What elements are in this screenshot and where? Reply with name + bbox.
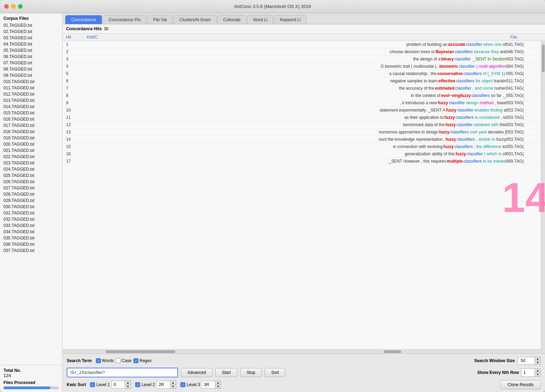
level3-up[interactable]: ▲ [215, 381, 221, 385]
sidebar-file-item[interactable]: 017.TAGGED.txt [2, 122, 60, 129]
tab-word-list[interactable]: Word Li [247, 15, 273, 24]
search-window-up[interactable]: ▲ [535, 357, 540, 361]
table-row[interactable]: 12benchmark data of the fuzzy classifier… [63, 121, 541, 129]
sidebar-file-item[interactable]: 031.TAGGED.txt [2, 210, 60, 216]
tab-concordance-plot[interactable]: Concordance Plo [103, 15, 146, 24]
search-input[interactable] [67, 368, 178, 377]
sidebar-file-item[interactable]: 028.TAGGED.txt [2, 191, 60, 197]
words-checkbox[interactable]: ✓ [96, 358, 101, 363]
sidebar-file-item[interactable]: 030.TAGGED.txt [2, 204, 60, 210]
table-row[interactable]: 4D biometric trait ( multimodal ) , biom… [63, 63, 541, 70]
sidebar-file-item[interactable]: 016.TAGGED.txt [2, 116, 60, 122]
sort-button[interactable]: Sort [265, 368, 285, 377]
table-row[interactable]: 11as their application to fuzzy classifi… [63, 114, 541, 121]
sidebar-file-item[interactable]: 05.TAGGED.txt [2, 47, 60, 54]
sidebar-file-item[interactable]: 04.TAGGED.txt [2, 41, 60, 47]
level3-checkbox[interactable]: ✓ [180, 382, 185, 387]
sidebar-file-item[interactable]: 022.TAGGED.txt [2, 154, 60, 160]
sidebar-file-item[interactable]: 034.TAGGED.txt [2, 229, 60, 235]
sidebar-file-item[interactable]: 035.TAGGED.txt [2, 235, 60, 241]
sidebar-file-item[interactable]: 02.TAGGED.txt [2, 28, 60, 35]
tab-concordance[interactable]: Concordance [65, 15, 102, 24]
table-row[interactable]: 6negative samples to learn effective cla… [63, 77, 541, 85]
sidebar-file-item[interactable]: 033.TAGGED.txt [2, 222, 60, 229]
tab-keyword-list[interactable]: Keyword Li [274, 15, 306, 24]
level1-up[interactable]: ▲ [125, 381, 131, 385]
level3-down[interactable]: ▼ [215, 385, 221, 389]
clone-results-button[interactable]: Clone Results [500, 380, 541, 389]
advanced-button[interactable]: Advanced [181, 368, 212, 377]
regex-checkbox[interactable]: ✓ [133, 358, 138, 363]
sidebar-file-item[interactable]: 026.TAGGED.txt [2, 179, 60, 185]
h-scroll-thumb-2[interactable] [384, 350, 401, 353]
nth-input[interactable] [521, 368, 535, 377]
sidebar-file-item[interactable]: 014.TAGGED.txt [2, 104, 60, 110]
sidebar-file-item[interactable]: 08.TAGGED.txt [2, 66, 60, 72]
tab-collocate[interactable]: Collocate [217, 15, 246, 24]
table-row[interactable]: 2choose decision trees or Bayesian class… [63, 48, 541, 56]
search-window-down[interactable]: ▼ [535, 361, 540, 365]
close-button[interactable] [4, 4, 9, 9]
minimize-button[interactable] [11, 4, 16, 9]
sidebar-file-item[interactable]: 027.TAGGED.txt [2, 185, 60, 191]
sidebar-file-item[interactable]: 03.TAGGED.txt [2, 35, 60, 41]
sidebar-file-item[interactable]: 020.TAGGED.txt [2, 141, 60, 147]
table-row[interactable]: 14ount the knowledge representation , fu… [63, 136, 541, 143]
v-scroll-thumb[interactable] [542, 44, 545, 72]
level2-down[interactable]: ▼ [170, 385, 176, 389]
sidebar-file-item[interactable]: 015.TAGGED.txt [2, 110, 60, 116]
level1-input[interactable] [111, 381, 125, 389]
results-container: 1problem of building an accurate classif… [63, 41, 545, 353]
tabs: ConcordanceConcordance PloFile VieCluste… [63, 13, 545, 24]
sidebar-file-item[interactable]: 037.TAGGED.txt [2, 247, 60, 254]
sidebar-file-item[interactable]: 06.TAGGED.txt [2, 54, 60, 60]
sidebar-file-item[interactable]: 09.TAGGED.txt [2, 72, 60, 79]
level2-checkbox[interactable]: ✓ [135, 382, 140, 387]
level3-input[interactable] [201, 381, 215, 389]
table-row[interactable]: 10statement experimentally ._SENT A fuzz… [63, 107, 541, 114]
sidebar-file-item[interactable]: 01.TAGGED.txt [2, 22, 60, 28]
level1-checkbox[interactable]: ✓ [90, 382, 95, 387]
sidebar-file-item[interactable]: 023.TAGGED.txt [2, 160, 60, 166]
sidebar-file-item[interactable]: 013.TAGGED.txt [2, 97, 60, 104]
table-row[interactable]: 17._SENT However , this requires multipl… [63, 158, 541, 165]
table-row[interactable]: 7the accuracy of the estimated classifie… [63, 85, 541, 92]
tab-file-view[interactable]: File Vie [147, 15, 173, 24]
sidebar-file-item[interactable]: 021.TAGGED.txt [2, 147, 60, 154]
sidebar-file-item[interactable]: 07.TAGGED.txt [2, 60, 60, 66]
case-checkbox[interactable] [116, 358, 121, 363]
table-row[interactable]: 15in connection with evolving fuzzy clas… [63, 143, 541, 150]
sidebar-file-item[interactable]: 025.TAGGED.txt [2, 172, 60, 179]
nth-down[interactable]: ▼ [535, 373, 540, 376]
sidebar-file-item[interactable]: 029.TAGGED.txt [2, 197, 60, 204]
level2-up[interactable]: ▲ [170, 381, 176, 385]
sidebar-file-item[interactable]: 018.TAGGED.txt [2, 129, 60, 135]
sidebar-file-item[interactable]: 011.TAGGED.txt [2, 85, 60, 91]
stop-button[interactable]: Stop [240, 368, 262, 377]
table-row[interactable]: 1problem of building an accurate classif… [63, 41, 541, 48]
sidebar-file-item[interactable]: 012.TAGGED.txt [2, 91, 60, 97]
sidebar-file-item[interactable]: 036.TAGGED.txt [2, 241, 60, 247]
level2-input[interactable] [156, 381, 170, 389]
maximize-button[interactable] [18, 4, 23, 9]
table-row[interactable]: 9, it introduces a new fuzzy classifier … [63, 99, 541, 107]
search-window-input[interactable] [518, 357, 535, 365]
table-row[interactable]: 3the design of a binary classifier ._SEN… [63, 56, 541, 63]
sidebar-file-item[interactable]: 024.TAGGED.txt [2, 166, 60, 172]
sidebar-file-item[interactable]: 032.TAGGED.txt [2, 216, 60, 222]
table-row[interactable]: 13numerous approaches to design fuzzy cl… [63, 129, 541, 136]
horizontal-scrollbar[interactable] [63, 349, 541, 353]
level1-down[interactable]: ▼ [125, 385, 131, 389]
tab-clusters[interactable]: Clusters/N-Gram [173, 15, 217, 24]
start-button[interactable]: Start [215, 368, 237, 377]
sidebar-file-item[interactable]: 010.TAGGED.txt [2, 79, 60, 85]
table-row[interactable]: 16generalization ability of this fuzzy c… [63, 150, 541, 158]
table-row[interactable]: 5a causal relationship , the conservativ… [63, 70, 541, 77]
h-scroll-thumb-1[interactable] [106, 350, 175, 353]
nth-up[interactable]: ▲ [535, 369, 540, 373]
table-row[interactable]: 8in the context of evol~vingfuzzy classi… [63, 92, 541, 99]
results-list[interactable]: 1problem of building an accurate classif… [63, 41, 541, 349]
sidebar-file-item[interactable]: 019.TAGGED.txt [2, 135, 60, 141]
row-number: 2 [66, 49, 87, 54]
vertical-scrollbar[interactable] [541, 41, 545, 353]
